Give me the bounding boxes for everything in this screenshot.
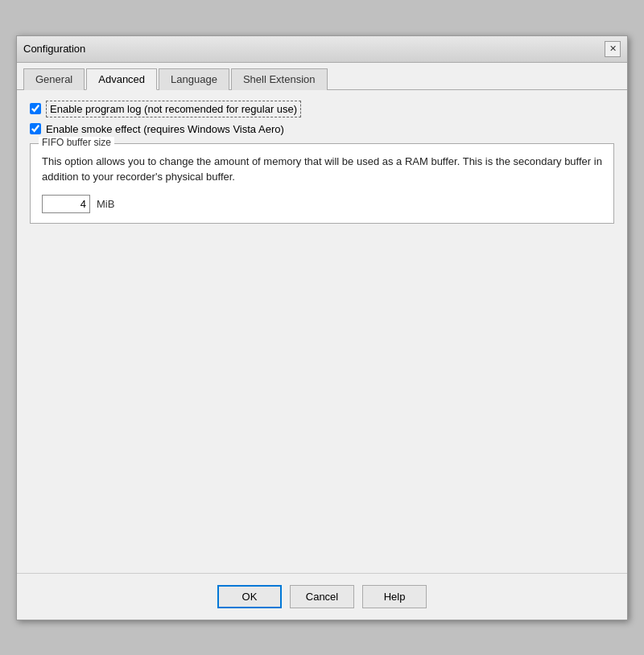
enable-log-row: Enable program log (not recomended for r… — [30, 103, 614, 115]
fifo-group: FIFO buffer size This option allows you … — [30, 143, 614, 224]
help-button[interactable]: Help — [362, 585, 427, 608]
button-bar: OK Cancel Help — [17, 573, 627, 620]
enable-smoke-row: Enable smoke effect (requires Windows Vi… — [30, 123, 614, 135]
tab-content: Enable program log (not recomended for r… — [17, 90, 627, 573]
tab-advanced[interactable]: Advanced — [86, 68, 157, 90]
tab-bar: General Advanced Language Shell Extensio… — [17, 63, 627, 90]
tab-general[interactable]: General — [23, 68, 85, 90]
fifo-legend: FIFO buffer size — [39, 137, 114, 148]
dialog-title: Configuration — [23, 43, 85, 55]
fifo-value-input[interactable] — [42, 195, 90, 213]
enable-log-text: Enable program log (not recomended for r… — [46, 101, 301, 117]
tab-shell-extension[interactable]: Shell Extension — [231, 68, 328, 90]
configuration-dialog: Configuration ✕ General Advanced Languag… — [16, 35, 628, 620]
tab-language[interactable]: Language — [159, 68, 229, 90]
cancel-button[interactable]: Cancel — [290, 585, 354, 608]
enable-log-label[interactable]: Enable program log (not recomended for r… — [46, 103, 301, 115]
enable-smoke-checkbox[interactable] — [30, 123, 41, 134]
fifo-input-row: MiB — [42, 195, 602, 213]
title-bar: Configuration ✕ — [17, 36, 627, 63]
fifo-unit: MiB — [97, 198, 114, 210]
enable-log-checkbox[interactable] — [30, 103, 41, 114]
ok-button[interactable]: OK — [217, 585, 282, 608]
fifo-description: This option allows you to change the amo… — [42, 154, 602, 185]
enable-smoke-label[interactable]: Enable smoke effect (requires Windows Vi… — [46, 123, 284, 135]
close-button[interactable]: ✕ — [605, 41, 621, 57]
